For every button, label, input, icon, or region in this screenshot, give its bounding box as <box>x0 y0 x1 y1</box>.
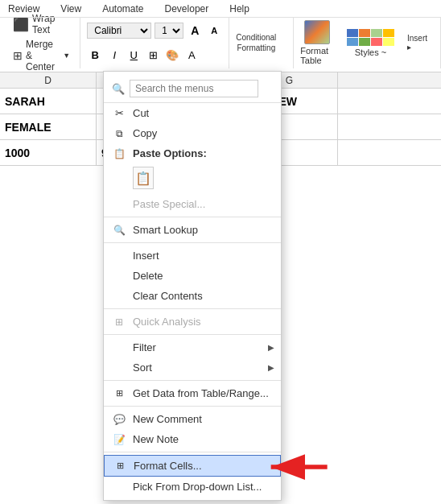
separator-7 <box>104 452 281 452</box>
format-as-table-button[interactable]: Format Table <box>294 17 340 68</box>
menu-item-insert[interactable]: Insert <box>104 246 281 266</box>
context-menu: 🔍 ✂ Cut ⧉ Copy 📋 Paste Options: 📋 Paste … <box>103 71 282 501</box>
smart-lookup-icon: 🔍 <box>112 223 126 238</box>
menu-item-smart-lookup-label: Smart Lookup <box>133 224 198 236</box>
cell-styles-label: Styles ~ <box>355 48 386 57</box>
format-table-icon <box>304 20 330 44</box>
menu-item-delete[interactable]: Delete <box>104 266 281 286</box>
menu-item-format-cells-label: Format Cells... <box>134 460 202 472</box>
new-comment-icon: 💬 <box>112 412 126 427</box>
new-note-icon: 📝 <box>112 432 126 447</box>
separator-4 <box>104 334 281 335</box>
menu-item-filter[interactable]: Filter ▶ <box>104 337 281 357</box>
menu-item-cut[interactable]: ✂ Cut <box>104 103 281 123</box>
cut-icon: ✂ <box>112 106 126 121</box>
menu-item-smart-lookup[interactable]: 🔍 Smart Lookup <box>104 220 281 240</box>
font-row1: Calibri 11 A A <box>87 23 222 39</box>
font-name-select[interactable]: Calibri <box>87 23 151 39</box>
menu-item-insert-label: Insert <box>133 250 159 262</box>
menu-item-quick-analysis-label: Quick Analysis <box>133 316 201 328</box>
font-size-select[interactable]: 11 <box>155 23 183 39</box>
font-color-button[interactable]: A <box>183 47 200 63</box>
border-button[interactable]: ⊞ <box>145 47 161 63</box>
menu-item-quick-analysis: ⊞ Quick Analysis <box>104 312 281 332</box>
menu-item-delete-label: Delete <box>133 270 163 282</box>
cell-styles-button[interactable]: Styles ~ <box>340 17 401 68</box>
merge-center-dropdown-icon[interactable]: ▼ <box>63 52 70 60</box>
menu-item-clear-contents[interactable]: Clear Contents <box>104 286 281 306</box>
menu-item-new-note-label: New Note <box>133 433 179 445</box>
separator-6 <box>104 406 281 407</box>
menu-item-cut-label: Cut <box>133 107 149 119</box>
menu-search-area: 🔍 <box>104 75 281 103</box>
menu-item-copy-label: Copy <box>133 127 157 139</box>
insert-group: Insert▸ <box>401 17 441 68</box>
menu-item-new-note[interactable]: 📝 New Note <box>104 429 281 449</box>
alignment-group: ⬛ Wrap Text ⊞ Merge & Center ▼ <box>3 17 80 68</box>
menu-item-sort-label: Sort <box>133 361 152 374</box>
conditional-group: ConditionalFormatting <box>229 17 294 68</box>
menu-item-new-comment[interactable]: 💬 New Comment <box>104 409 281 429</box>
paste-icon: 📋 <box>112 147 126 161</box>
separator-3 <box>104 308 281 309</box>
grow-font-button[interactable]: A <box>187 23 203 39</box>
menu-item-copy[interactable]: ⧉ Copy <box>104 123 281 143</box>
ribbon: Review View Automate Developer Help ⬛ Wr… <box>0 0 441 72</box>
cell-d2[interactable]: FEMALE <box>0 114 97 139</box>
shrink-font-button[interactable]: A <box>206 23 222 39</box>
separator-5 <box>104 380 281 381</box>
col-header-d: D <box>0 72 97 88</box>
menu-item-paste-options: 📋 Paste Options: <box>104 143 281 163</box>
tab-automate[interactable]: Automate <box>97 2 148 16</box>
tab-help[interactable]: Help <box>225 2 254 16</box>
format-table-label: Format Table <box>300 46 334 65</box>
search-icon: 🔍 <box>112 83 125 95</box>
paste-options-row: 📋 <box>104 163 281 194</box>
merge-center-icon: ⊞ <box>13 49 23 62</box>
tab-review[interactable]: Review <box>3 2 44 16</box>
menu-item-pick-dropdown-label: Pick From Drop-down List... <box>133 481 262 493</box>
tab-developer[interactable]: Developer <box>160 2 214 16</box>
bold-button[interactable]: B <box>87 47 103 63</box>
menu-item-get-data[interactable]: ⊞ Get Data from Table/Range... <box>104 383 281 403</box>
sort-submenu-arrow: ▶ <box>268 363 274 372</box>
format-cells-icon: ⊞ <box>113 459 127 473</box>
italic-button[interactable]: I <box>106 47 122 63</box>
menu-item-sort[interactable]: Sort ▶ <box>104 357 281 378</box>
wrap-text-icon: ⬛ <box>13 17 29 32</box>
paste-default-icon: 📋 <box>135 171 151 186</box>
menu-item-paste-special[interactable]: Paste Special... <box>104 194 281 214</box>
menu-item-paste-options-label: Paste Options: <box>133 147 207 159</box>
font-row2: B I U ⊞ 🎨 A <box>87 47 222 63</box>
get-data-icon: ⊞ <box>112 386 126 401</box>
menu-item-get-data-label: Get Data from Table/Range... <box>133 387 269 399</box>
menu-search-input[interactable] <box>130 80 258 97</box>
menu-item-format-cells[interactable]: ⊞ Format Cells... <box>104 455 281 477</box>
cell-d3[interactable]: 1000 <box>0 140 97 165</box>
menu-item-paste-special-label: Paste Special... <box>133 198 205 210</box>
separator-1 <box>104 217 281 217</box>
menu-item-new-comment-label: New Comment <box>133 413 202 425</box>
menu-item-filter-label: Filter <box>133 341 156 353</box>
filter-submenu-arrow: ▶ <box>268 343 274 352</box>
merge-center-button[interactable]: ⊞ Merge & Center ▼ <box>10 37 73 74</box>
tab-view[interactable]: View <box>56 2 86 16</box>
copy-icon: ⧉ <box>112 126 126 141</box>
paste-option-default[interactable]: 📋 <box>133 167 154 189</box>
fill-color-button[interactable]: 🎨 <box>164 47 180 63</box>
cell-d1[interactable]: SARAH <box>0 89 97 114</box>
menu-item-clear-contents-label: Clear Contents <box>133 290 203 302</box>
styles-grid <box>347 29 394 46</box>
underline-button[interactable]: U <box>126 47 142 63</box>
menu-item-pick-dropdown[interactable]: Pick From Drop-down List... <box>104 477 281 497</box>
red-arrow-indicator <box>266 449 330 485</box>
ribbon-tabs: Review View Automate Developer Help <box>0 0 441 18</box>
font-group: Calibri 11 A A B I U ⊞ 🎨 A <box>80 17 229 68</box>
merge-center-label: Merge & Center <box>26 39 60 72</box>
separator-2 <box>104 242 281 243</box>
quick-analysis-icon: ⊞ <box>112 315 126 329</box>
